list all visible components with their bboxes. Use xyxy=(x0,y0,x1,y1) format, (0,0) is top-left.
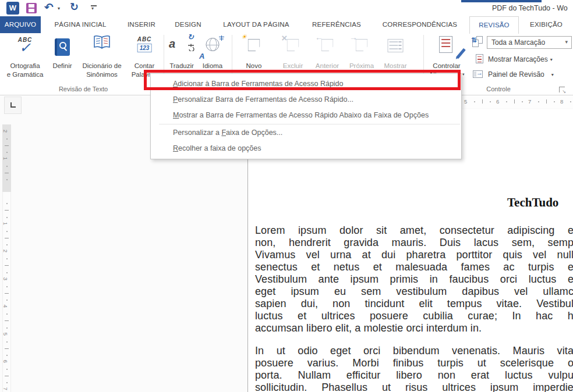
left-tab-icon xyxy=(10,102,16,108)
word-logo-icon xyxy=(6,2,19,15)
track-changes-icon xyxy=(428,35,465,62)
ruler-number: 2 xyxy=(2,130,9,133)
ruler-tick xyxy=(6,138,8,140)
ruler-tick xyxy=(490,101,491,102)
text-line: posuere varius. Morbi finibus turpis ut … xyxy=(255,357,573,369)
ruler-tick xyxy=(5,210,9,211)
ribbon-context-menu: Adicionar à Barra de Ferramentas de Aces… xyxy=(150,73,462,159)
ruler-tick xyxy=(6,231,8,232)
ruler-number: 4 xyxy=(2,305,9,308)
ruler-tick xyxy=(6,258,8,259)
menu-item-adicionar-a-barra-de-ferramentas-de-aces[interactable]: Adicionar à Barra de Ferramentas de Aces… xyxy=(151,76,461,92)
tab-referencias[interactable]: REFERÊNCIAS xyxy=(304,16,369,33)
tab-inserir[interactable]: INSERIR xyxy=(119,16,164,33)
ruler-number: 5 xyxy=(2,333,9,336)
ruler-number: 2 xyxy=(2,250,9,252)
undo-button[interactable] xyxy=(43,2,56,15)
text-line: porta. Nullam efficitur libero non erat … xyxy=(255,369,573,382)
tab-revisao[interactable]: REVISÃO xyxy=(469,16,519,34)
ruler-number: 1 xyxy=(2,157,9,160)
button-label: e Gramática xyxy=(3,70,47,79)
tab-exibicao[interactable]: EXIBIÇÃO xyxy=(521,16,572,33)
text-line: eget ipsum eu sem vestibulum dapibus vel… xyxy=(255,286,573,298)
tab-arquivo[interactable]: ARQUIVO xyxy=(0,16,41,33)
ruler-tick xyxy=(6,327,8,329)
paragraph: Lorem ipsum dolor sit amet, consectetur … xyxy=(255,224,573,334)
menu-item-personalizar-barra-de-ferramentas-de-ace[interactable]: Personalizar Barra de Ferramentas de Ace… xyxy=(151,92,461,108)
ruler-tick xyxy=(6,152,8,153)
button-label: Traduzir xyxy=(166,62,197,70)
language-icon xyxy=(198,35,227,62)
tab-design[interactable]: DESIGN xyxy=(167,16,210,33)
ruler-tick xyxy=(6,382,8,383)
definir-button[interactable]: Definir xyxy=(48,35,76,84)
text-line: senectus et netus et malesuada fames ac … xyxy=(255,261,573,273)
ruler-tick xyxy=(506,101,507,102)
text-line: Lorem ipsum dolor sit amet, consectetur … xyxy=(255,224,573,237)
title-bar: PDF do TechTudo - Wo xyxy=(0,0,573,16)
reviewing-pane-button[interactable]: Painel de Revisão xyxy=(488,70,554,79)
ruler-tick xyxy=(6,369,8,370)
ruler-tick xyxy=(6,217,8,218)
button-label: Próxima xyxy=(345,62,379,70)
show-markup-button[interactable]: Mostrar Marcações xyxy=(488,55,553,63)
ruler-tick xyxy=(6,203,8,204)
thesaurus-icon xyxy=(77,35,126,62)
word-count-icon xyxy=(128,35,161,62)
redo-button[interactable] xyxy=(69,2,82,15)
ruler-tick xyxy=(5,376,9,376)
button-label: Controlar xyxy=(428,62,465,70)
ruler-number: 6 xyxy=(496,98,499,105)
ruler-tick xyxy=(5,320,9,321)
ruler-tick xyxy=(6,313,8,315)
tab-layout-da-pagina[interactable]: LAYOUT DA PÁGINA xyxy=(213,16,300,33)
text-line: Vestibulum ante ipsum primis in faucibus… xyxy=(255,273,573,286)
button-label: Definir xyxy=(48,62,76,70)
text-line: Vivamus vel urna at dui pharetra porttit… xyxy=(255,249,573,261)
define-icon xyxy=(48,35,76,62)
ruler-tick xyxy=(6,244,8,245)
menu-item-personalizar-a-faixa-de-opcoes[interactable]: Personalizar a Faixa de Opções... xyxy=(151,125,461,141)
ortografia-e-gramatica-button[interactable]: Ortografiae Gramática xyxy=(3,35,47,84)
group-label-revisao-de-texto: Revisão de Texto xyxy=(35,85,132,92)
ruler-number: 5 xyxy=(464,98,467,105)
controle-dialog-launcher-icon[interactable] xyxy=(559,87,565,92)
button-label: Idioma xyxy=(198,62,227,70)
display-for-review-combobox[interactable]: Toda a Marcação xyxy=(487,36,572,49)
ruler-tick xyxy=(6,179,8,180)
document-text: Lorem ipsum dolor sit amet, consectetur … xyxy=(255,224,573,392)
ruler-tick xyxy=(482,99,483,104)
show-comments-icon xyxy=(379,35,412,62)
save-button[interactable] xyxy=(25,2,38,15)
dicionario-de-sinonimos-button[interactable]: Dicionário deSinônimos xyxy=(77,35,126,84)
ruler-tick xyxy=(5,293,9,294)
tab-correspondencias[interactable]: CORRESPONDÊNCIAS xyxy=(374,16,466,33)
tab-pagina-inicial[interactable]: PÁGINA INICIAL xyxy=(45,16,116,33)
ruler-tick xyxy=(522,101,523,102)
text-line: In ut odio eget orci bibendum venenatis.… xyxy=(255,345,573,357)
text-line: luctus et ultrices posuere cubilia curae… xyxy=(255,310,573,322)
text-line: sapien dui, non tincidunt elit tempus vi… xyxy=(255,298,573,310)
customize-quick-access-toolbar-button[interactable] xyxy=(87,2,100,15)
undo-dropdown-icon[interactable] xyxy=(58,6,60,11)
previous-comment-icon xyxy=(310,35,344,62)
ruler-tick xyxy=(570,101,571,102)
tab-stop-selector[interactable] xyxy=(4,97,22,114)
menu-item-recolher-a-faixa-de-opcoes[interactable]: Recolher a faixa de opções xyxy=(151,141,461,156)
display-for-review-icon xyxy=(472,36,484,48)
button-label: Dicionário de xyxy=(77,62,126,70)
ruler-number: 1 xyxy=(2,222,9,225)
chevron-down-icon xyxy=(549,70,554,79)
ruler-tick xyxy=(5,265,9,266)
document-title: PDF do TechTudo - Wo xyxy=(492,4,568,12)
ruler-number: 6 xyxy=(2,360,9,363)
chevron-down-icon xyxy=(548,55,553,63)
vertical-ruler[interactable]: 211234567 xyxy=(2,124,11,392)
ruler-tick xyxy=(6,286,8,287)
ruler-tick xyxy=(514,99,515,104)
text-line: sollicitudin. Phasellus ut risus ultrice… xyxy=(255,382,573,392)
menu-item-mostrar-a-barra-de-ferramentas-de-acesso[interactable]: Mostrar a Barra de Ferramentas de Acesso… xyxy=(151,108,461,123)
text-line: accumsan libero elit, a molestie orci in… xyxy=(255,322,573,334)
word-window: PDF do TechTudo - Wo ARQUIVOPÁGINA INICI… xyxy=(0,0,573,392)
ruler-number: 3 xyxy=(2,277,9,280)
